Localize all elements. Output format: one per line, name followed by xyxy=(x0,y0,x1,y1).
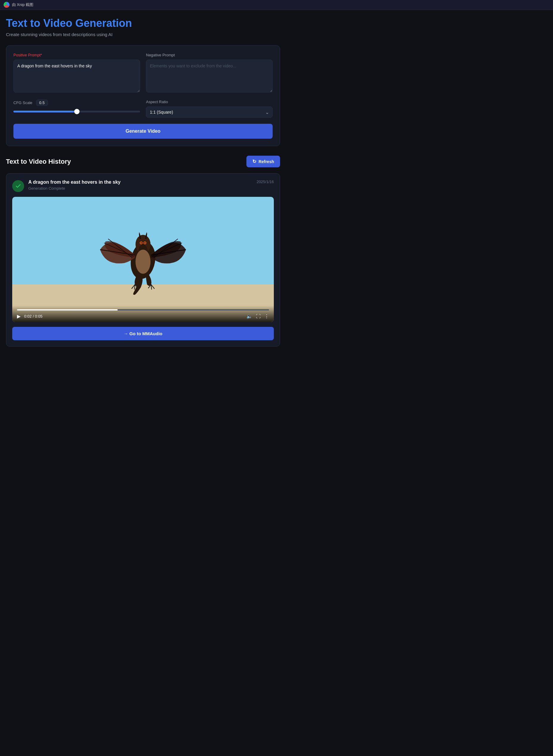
svg-point-12 xyxy=(140,242,142,244)
aspect-ratio-select-wrapper: 1:1 (Square) 16:9 (Landscape) 9:16 (Port… xyxy=(146,107,272,118)
video-controls-right: 🔈 ⛶ ⋮ xyxy=(246,314,269,319)
history-item-status: Generation Complete xyxy=(28,186,252,191)
svg-point-13 xyxy=(144,242,146,244)
aspect-ratio-label: Aspect Ratio xyxy=(146,99,272,104)
svg-point-9 xyxy=(136,250,150,274)
play-button[interactable]: ▶ xyxy=(17,314,20,319)
video-player[interactable]: ▶ 0:02 / 0:05 🔈 ⛶ ⋮ xyxy=(12,197,274,322)
history-item-header: A dragon from the east hovers in the sky… xyxy=(12,180,274,192)
history-item-date: 2025/1/16 xyxy=(256,180,274,184)
xnip-icon xyxy=(4,2,9,8)
video-thumbnail xyxy=(12,197,274,322)
history-item-title: A dragon from the east hovers in the sky xyxy=(28,180,252,185)
video-controls-left: ▶ 0:02 / 0:05 xyxy=(17,314,42,319)
volume-icon[interactable]: 🔈 xyxy=(246,314,252,319)
cfg-scale-value: 0.5 xyxy=(36,99,48,106)
cfg-scale-slider[interactable] xyxy=(13,111,140,113)
cfg-label-row: CFG Scale 0.5 xyxy=(13,99,140,106)
go-to-mmaudio-button[interactable]: → Go to MMAudio xyxy=(12,327,274,340)
negative-prompt-label: Negative Prompt xyxy=(146,53,272,57)
history-card: A dragon from the east hovers in the sky… xyxy=(6,173,280,347)
title-bar: 由 Xnip 截图 xyxy=(0,0,553,10)
generation-form-card: Positive Prompt* A dragon from the east … xyxy=(6,45,280,146)
history-section: Text to Video History ↻ Refresh A dragon… xyxy=(6,156,280,347)
history-item-info: A dragon from the east hovers in the sky… xyxy=(28,180,252,191)
time-display: 0:02 / 0:05 xyxy=(24,314,42,319)
more-options-icon[interactable]: ⋮ xyxy=(264,314,269,319)
cfg-scale-slider-container xyxy=(13,108,140,114)
video-controls: ▶ 0:02 / 0:05 🔈 ⛶ ⋮ xyxy=(12,306,274,322)
history-section-title: Text to Video History xyxy=(6,158,71,165)
controls-row: CFG Scale 0.5 Aspect Ratio 1:1 (Square) … xyxy=(13,99,272,118)
negative-prompt-group: Negative Prompt xyxy=(146,53,272,92)
cfg-scale-label: CFG Scale xyxy=(13,100,32,105)
aspect-ratio-select[interactable]: 1:1 (Square) 16:9 (Landscape) 9:16 (Port… xyxy=(146,107,272,118)
cfg-scale-group: CFG Scale 0.5 xyxy=(13,99,140,114)
refresh-button[interactable]: ↻ Refresh xyxy=(246,156,280,167)
positive-prompt-group: Positive Prompt* A dragon from the east … xyxy=(13,53,140,92)
title-bar-text: 由 Xnip 截图 xyxy=(12,2,33,7)
progress-bar-fill xyxy=(17,309,118,311)
check-icon xyxy=(15,183,21,189)
status-icon xyxy=(12,180,24,192)
fullscreen-icon[interactable]: ⛶ xyxy=(256,314,261,319)
positive-prompt-label: Positive Prompt* xyxy=(13,53,140,57)
prompts-row: Positive Prompt* A dragon from the east … xyxy=(13,53,272,92)
refresh-icon: ↻ xyxy=(252,159,256,164)
generate-video-button[interactable]: Generate Video xyxy=(13,124,272,139)
positive-prompt-input[interactable]: A dragon from the east hovers in the sky xyxy=(13,60,140,92)
page-subtitle: Create stunning videos from text descrip… xyxy=(6,32,280,37)
negative-prompt-input[interactable] xyxy=(146,60,272,92)
progress-bar-container[interactable] xyxy=(17,309,269,311)
aspect-ratio-group: Aspect Ratio 1:1 (Square) 16:9 (Landscap… xyxy=(146,99,272,118)
video-controls-row: ▶ 0:02 / 0:05 🔈 ⛶ ⋮ xyxy=(17,314,269,319)
page-title: Text to Video Generation xyxy=(6,17,280,29)
dragon-illustration xyxy=(89,210,196,300)
history-header: Text to Video History ↻ Refresh xyxy=(6,156,280,167)
refresh-button-label: Refresh xyxy=(259,159,274,164)
